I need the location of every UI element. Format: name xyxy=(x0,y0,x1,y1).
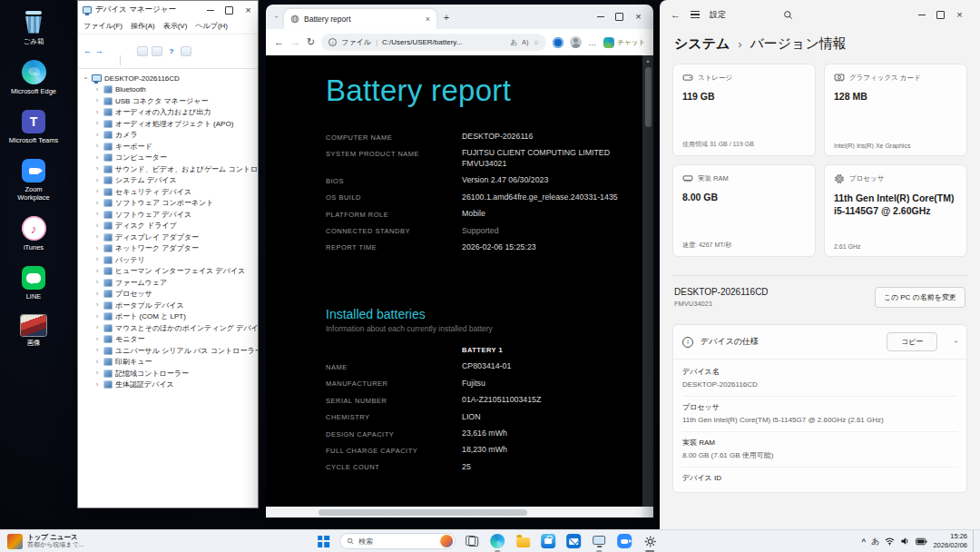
device-tree-item[interactable]: ›モニター xyxy=(80,334,258,346)
taskbar-icon-edge[interactable] xyxy=(488,531,506,552)
desktop-icon-line[interactable]: LINE xyxy=(7,266,60,301)
device-tree-item[interactable]: ›オーディオ処理オブジェクト (APO) xyxy=(80,118,258,130)
hidden-icons-chevron[interactable]: ^ xyxy=(862,537,867,546)
expand-chevron-icon[interactable]: › xyxy=(93,279,101,286)
device-tree-item[interactable]: ›ユニバーサル シリアル バス コントローラー xyxy=(80,345,258,357)
expand-chevron-icon[interactable]: › xyxy=(93,154,101,162)
translate-icon[interactable]: あ xyxy=(510,38,517,47)
desktop-icon-teams[interactable]: Microsoft Teams xyxy=(7,110,60,144)
menu-action[interactable]: 操作(A) xyxy=(131,21,155,31)
device-tree-item[interactable]: ›プロセッサ xyxy=(80,289,258,301)
expand-chevron-icon[interactable]: › xyxy=(93,188,101,195)
profile-avatar[interactable] xyxy=(570,36,582,48)
expand-chevron-icon[interactable]: › xyxy=(93,324,101,331)
expand-chevron-icon[interactable]: › xyxy=(93,165,101,172)
expand-chevron-icon[interactable]: › xyxy=(93,143,101,150)
scrollbar-thumb[interactable] xyxy=(645,67,652,127)
maximize-button[interactable] xyxy=(610,8,629,25)
tab-battery-report[interactable]: Battery report × xyxy=(284,9,436,29)
expand-chevron-icon[interactable]: › xyxy=(93,301,101,309)
expand-chevron-icon[interactable]: › xyxy=(93,222,101,230)
help-icon[interactable]: ? xyxy=(166,46,177,56)
rename-pc-button[interactable]: この PC の名前を変更 xyxy=(875,287,965,308)
menu-help[interactable]: ヘルプ(H) xyxy=(195,21,228,31)
device-spec-header[interactable]: i デバイスの仕様 コピー ‹ xyxy=(673,325,966,359)
device-tree-item[interactable]: ›ポータブル デバイス xyxy=(80,300,258,311)
device-tree-item[interactable]: ›ネットワーク アダプター xyxy=(80,243,258,255)
url-field[interactable]: i ファイル | C:/Users/USER/battery... あ A) ☆ xyxy=(321,34,546,51)
vertical-scrollbar[interactable]: ▲ xyxy=(642,55,653,507)
device-tree-item[interactable]: ›USB コネクタ マネージャー xyxy=(80,95,258,107)
expand-chevron-icon[interactable]: › xyxy=(93,336,101,343)
maximize-button[interactable] xyxy=(931,6,950,24)
tab-actions-chevron-icon[interactable]: › xyxy=(272,13,280,22)
search-icon[interactable] xyxy=(783,10,793,20)
device-tree-item[interactable]: ›サウンド、ビデオ、およびゲーム コントローラー xyxy=(80,163,258,175)
desktop-icon-edge[interactable]: Microsoft Edge xyxy=(7,60,60,95)
expand-chevron-icon[interactable]: › xyxy=(93,359,101,366)
expand-chevron-icon[interactable]: › xyxy=(93,132,101,139)
desktop-icon-zoom[interactable]: Zoom Workplace xyxy=(7,159,60,202)
taskbar-icon-file-explorer[interactable] xyxy=(514,531,532,552)
collapse-chevron-icon[interactable]: › xyxy=(82,74,89,82)
expand-chevron-icon[interactable]: › xyxy=(93,313,101,320)
close-button[interactable] xyxy=(239,2,258,19)
expand-chevron-icon[interactable]: › xyxy=(93,347,101,354)
device-tree-root[interactable]: › DESKTOP-2026116CD xyxy=(80,73,258,84)
forward-icon[interactable]: → xyxy=(95,47,103,55)
device-tree-item[interactable]: ›ディスク ドライブ xyxy=(80,221,258,232)
volume-icon[interactable] xyxy=(900,537,910,546)
expand-chevron-icon[interactable]: › xyxy=(93,245,101,252)
back-icon[interactable]: ← xyxy=(274,37,284,47)
horizontal-scrollbar[interactable] xyxy=(266,507,653,518)
settings-menu-icon[interactable]: … xyxy=(588,38,597,47)
menu-file[interactable]: ファイル(F) xyxy=(83,21,122,31)
device-tree-item[interactable]: ›記憶域コントローラー xyxy=(80,368,258,380)
device-tree-item[interactable]: ›セキュリティ デバイス xyxy=(80,186,258,198)
favorite-star-icon[interactable]: ☆ xyxy=(534,38,540,46)
device-tree-item[interactable]: ›オーディオの入力および出力 xyxy=(80,107,258,119)
taskbar-icon-settings[interactable] xyxy=(641,531,659,552)
forward-icon[interactable]: → xyxy=(290,37,300,47)
expand-chevron-icon[interactable]: › xyxy=(93,177,101,184)
start-button[interactable] xyxy=(314,531,332,552)
new-tab-button[interactable]: + xyxy=(440,12,453,23)
expand-chevron-icon[interactable]: › xyxy=(93,370,101,377)
page-info-icon[interactable]: i xyxy=(328,38,337,46)
device-tree-item[interactable]: ›コンピューター xyxy=(80,153,258,164)
taskbar-search[interactable]: 検索 xyxy=(339,533,456,549)
device-tree-item[interactable]: ›ファームウェア xyxy=(80,277,258,289)
taskbar-icon-store[interactable] xyxy=(539,531,557,552)
minimize-button[interactable] xyxy=(591,8,610,25)
scan-hardware-icon[interactable] xyxy=(181,46,191,56)
desktop-icon-recycle-bin[interactable]: ごみ箱 xyxy=(7,9,60,45)
chat-button[interactable]: チャット xyxy=(603,37,645,48)
expand-chevron-icon[interactable]: › xyxy=(93,97,101,104)
tray-clock[interactable]: 15:26 2026/02/06 xyxy=(933,532,967,550)
extension-icon[interactable] xyxy=(553,37,564,48)
ime-indicator[interactable]: あ xyxy=(871,536,879,547)
refresh-icon[interactable]: ↻ xyxy=(307,37,315,47)
expand-chevron-icon[interactable]: › xyxy=(93,120,101,127)
maximize-button[interactable] xyxy=(220,2,239,19)
taskbar-icon-device-manager[interactable] xyxy=(590,531,608,552)
device-tree-item[interactable]: ›マウスとそのほかのポインティング デバイス xyxy=(80,322,258,334)
scrollbar-thumb[interactable] xyxy=(318,509,527,516)
console-tree-icon[interactable] xyxy=(137,46,148,56)
copy-button[interactable]: コピー xyxy=(887,332,937,351)
taskbar-icon-zoom[interactable] xyxy=(615,531,633,552)
expand-chevron-icon[interactable]: › xyxy=(93,256,101,263)
chevron-up-icon[interactable]: ‹ xyxy=(952,340,960,343)
device-tree-item[interactable]: ›ヒューマン インターフェイス デバイス xyxy=(80,266,258,278)
device-tree-item[interactable]: ›生体認証デバイス xyxy=(80,380,258,391)
back-icon[interactable]: ← xyxy=(671,9,681,20)
minimize-button[interactable] xyxy=(912,6,931,24)
close-button[interactable] xyxy=(629,8,648,25)
widgets-button[interactable]: トップ ニュース 首都から現場まで... xyxy=(0,530,92,552)
device-tree-item[interactable]: ›カメラ xyxy=(80,130,258,142)
close-button[interactable] xyxy=(950,6,969,24)
expand-chevron-icon[interactable]: › xyxy=(93,109,101,116)
read-aloud-icon[interactable]: A) xyxy=(522,38,529,46)
device-tree-item[interactable]: ›ディスプレイ アダプター xyxy=(80,232,258,243)
device-tree-item[interactable]: ›印刷キュー xyxy=(80,357,258,369)
